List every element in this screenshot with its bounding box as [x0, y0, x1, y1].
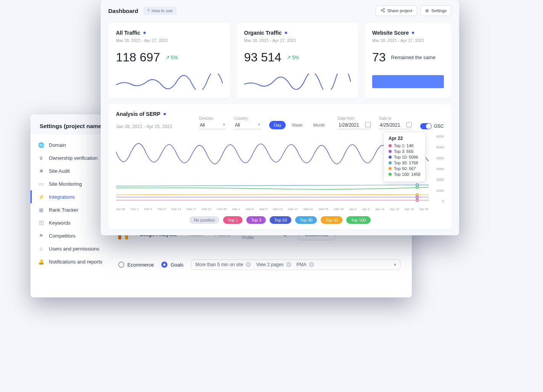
score-note: Remained the same — [391, 55, 435, 60]
remove-chip-icon[interactable]: × — [309, 262, 314, 267]
legend-chip-no-position[interactable]: No position — [189, 216, 219, 224]
remove-chip-icon[interactable]: × — [246, 262, 251, 267]
summary-cards: All Traffic Mar 28, 2021 - Apr 27, 2021 … — [101, 21, 459, 104]
sparkline — [116, 74, 223, 90]
question-icon: ? — [147, 8, 149, 13]
serp-date-range: Jan 28, 2021 - Apr 25, 2021 — [116, 124, 172, 129]
share-project-button[interactable]: Share project — [376, 5, 417, 16]
plug-icon: ⚡ — [38, 194, 44, 200]
how-to-use-button[interactable]: ? How to use — [143, 6, 176, 15]
chart-plot — [116, 135, 429, 203]
svg-point-1 — [381, 10, 382, 11]
tooltip-row: Top 50: 567 — [389, 166, 421, 171]
svg-point-8 — [416, 199, 418, 201]
serp-legend: No positionTop 1Top 3Top 10Top 30Top 50T… — [116, 216, 444, 224]
devices-filter[interactable]: Devices: All — [199, 116, 226, 129]
legend-chip-top-1[interactable]: Top 1 — [223, 216, 243, 224]
settings-button[interactable]: ⚙ Settings — [420, 5, 451, 16]
card-title: Website Score — [372, 30, 409, 36]
card-value: 73 — [372, 50, 386, 64]
goal-chip: PMA× — [297, 262, 314, 267]
chart-tooltip: Apr 22 Top 1: 148Top 3: 555Top 10: 5096T… — [384, 132, 426, 182]
legend-chip-top-10[interactable]: Top 10 — [270, 216, 291, 224]
serp-chart: Apr 22 Top 1: 148Top 3: 555Top 10: 5096T… — [116, 135, 444, 211]
tooltip-date: Apr 22 — [389, 136, 421, 141]
card-title: All Traffic — [116, 30, 140, 36]
goals-row: Ecommerce Goals More than 5 min on site×… — [118, 259, 400, 270]
organic-traffic-card: Organic Traffic Mar 28, 2021 - Apr 27, 2… — [236, 23, 358, 98]
period-tab-month[interactable]: Month — [308, 121, 329, 129]
serp-panel: Analysis of SERP Jan 28, 2021 - Apr 25, … — [108, 104, 451, 229]
all-traffic-card: All Traffic Mar 28, 2021 - Apr 27, 2021 … — [108, 23, 230, 98]
series-dot-icon — [389, 173, 392, 176]
tooltip-row: Top 1: 148 — [389, 143, 421, 148]
serp-title: Analysis of SERP — [116, 111, 161, 117]
tooltip-row: Top 30: 1768 — [389, 161, 421, 165]
y-axis-ticks: 6000500040003000200010000 — [431, 135, 444, 203]
info-icon[interactable] — [412, 32, 414, 34]
dashboard-panel: Dashboard ? How to use Share project ⚙ S… — [101, 0, 459, 235]
trend-up: ↗5% — [287, 55, 299, 60]
tooltip-row: Top 10: 5096 — [389, 155, 421, 159]
svg-point-2 — [383, 11, 384, 12]
card-date: Mar 28, 2021 - Apr 27, 2021 — [116, 38, 223, 43]
legend-chip-top-3[interactable]: Top 3 — [246, 216, 266, 224]
series-dot-icon — [389, 150, 392, 153]
info-icon[interactable] — [164, 113, 166, 115]
toggle-switch-icon[interactable] — [420, 123, 432, 129]
goal-chip: View 2 pages× — [256, 262, 291, 267]
monitor-icon: ▭ — [38, 181, 44, 187]
globe-icon: 🌐 — [38, 142, 44, 148]
series-dot-icon — [389, 156, 392, 159]
legend-chip-top-50[interactable]: Top 50 — [321, 216, 342, 224]
series-dot-icon — [389, 161, 392, 164]
crown-icon: ♛ — [38, 155, 44, 161]
country-filter[interactable]: Country: All — [234, 116, 261, 129]
card-date: Mar 28, 2021 - Apr 27, 2021 — [372, 38, 444, 43]
flag-icon: ⚑ — [38, 233, 44, 239]
goal-chip: More than 5 min on site× — [195, 262, 251, 267]
gsc-toggle[interactable]: GSC — [420, 123, 444, 129]
svg-point-7 — [416, 196, 418, 198]
x-axis-ticks: Jan 28Feb 1Feb 5Feb 9Feb 13Feb 17Feb 21F… — [116, 207, 429, 211]
trend-up-icon: ↗ — [165, 55, 170, 60]
date-from-field[interactable]: Date from 1/28/2021 — [338, 116, 371, 129]
date-to-field[interactable]: Date to 4/25/2021 — [379, 116, 412, 129]
series-dot-icon — [389, 144, 392, 147]
period-tabs: DayWeekMonth — [269, 121, 329, 129]
svg-point-0 — [383, 8, 384, 10]
period-tab-day[interactable]: Day — [269, 121, 286, 129]
goals-chip-field[interactable]: More than 5 min on site×View 2 pages×PMA… — [191, 259, 400, 270]
card-value: 93 514 — [244, 50, 281, 64]
score-bar — [372, 75, 444, 88]
tooltip-row: Top 3: 555 — [389, 149, 421, 154]
card-title: Organic Traffic — [244, 30, 282, 36]
page-title: Dashboard — [108, 8, 138, 14]
svg-point-5 — [416, 186, 418, 188]
website-score-card: Website Score Mar 28, 2021 - Apr 27, 202… — [365, 23, 451, 98]
info-icon[interactable] — [285, 32, 287, 34]
trend-up: ↗5% — [165, 55, 178, 60]
legend-chip-top-30[interactable]: Top 30 — [295, 216, 317, 224]
bell-icon: 🔔 — [38, 259, 44, 265]
rank-icon: ▦ — [38, 207, 44, 213]
profile-label: Profile — [242, 235, 270, 240]
sidebar-item-users-and-permissions[interactable]: ☺Users and permissions — [31, 242, 412, 255]
user-icon: ☺ — [38, 246, 44, 252]
chevron-down-icon[interactable]: ▾ — [394, 262, 396, 267]
gear-icon: ⚙ — [425, 8, 429, 13]
tooltip-row: Top 100: 1458 — [389, 172, 421, 177]
info-icon[interactable] — [143, 32, 146, 34]
card-value: 118 697 — [116, 50, 160, 64]
dashboard-header: Dashboard ? How to use Share project ⚙ S… — [101, 0, 459, 21]
ecommerce-radio[interactable]: Ecommerce — [118, 262, 154, 268]
legend-chip-top-100[interactable]: Top 100 — [346, 216, 370, 224]
period-tab-week[interactable]: Week — [287, 121, 307, 129]
series-dot-icon — [389, 167, 392, 170]
trend-up-icon: ↗ — [287, 55, 291, 60]
remove-chip-icon[interactable]: × — [286, 262, 291, 267]
goals-radio[interactable]: Goals — [161, 262, 183, 268]
key-icon: ⚿ — [38, 220, 44, 226]
share-icon — [381, 8, 385, 13]
card-date: Mar 28, 2021 - Apr 27, 2021 — [244, 38, 351, 43]
